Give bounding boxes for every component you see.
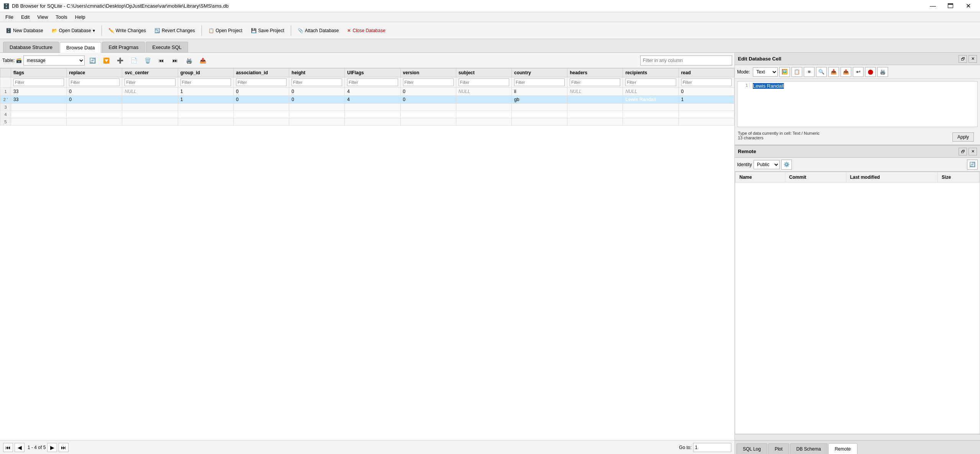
ec-copy-btn[interactable]: 📋 — [792, 67, 802, 77]
cell-4-flags[interactable] — [11, 111, 67, 118]
filter-association-id-input[interactable] — [236, 78, 287, 86]
cell-4-uiflags[interactable] — [345, 111, 400, 118]
remote-restore-button[interactable]: 🗗 — [959, 148, 967, 155]
cell-1-version[interactable]: 0 — [400, 88, 456, 96]
cell-1-country[interactable]: il — [511, 88, 567, 96]
cell-2-svc-center[interactable] — [122, 96, 178, 104]
cell-5-version[interactable] — [400, 118, 456, 126]
close-button[interactable]: ✕ — [959, 0, 977, 12]
cell-3-uiflags[interactable] — [345, 104, 400, 111]
cell-2-height[interactable]: 0 — [289, 96, 345, 104]
filter-group-id-input[interactable] — [180, 78, 231, 86]
bottom-tab-db-schema[interactable]: DB Schema — [790, 443, 828, 454]
menu-view[interactable]: View — [33, 12, 52, 22]
cell-4-recipients[interactable] — [623, 111, 678, 118]
cell-3-height[interactable] — [289, 104, 345, 111]
filter-uiflags[interactable] — [345, 77, 400, 88]
cell-5-association-id[interactable] — [233, 118, 289, 126]
tab-database-structure[interactable]: Database Structure — [3, 42, 59, 52]
col-replace[interactable]: replace — [67, 69, 122, 77]
remote-close-button[interactable]: ✕ — [969, 148, 977, 155]
remote-h-scrollbar[interactable] — [735, 434, 980, 440]
filter-height[interactable] — [289, 77, 345, 88]
table-select[interactable]: message — [23, 56, 85, 65]
filter-association-id[interactable] — [233, 77, 289, 88]
cell-1-flags[interactable]: 33 — [11, 88, 67, 96]
ec-print-btn[interactable]: 🔍 — [816, 67, 827, 77]
filter-flags-input[interactable] — [13, 78, 64, 86]
cell-4-svc-center[interactable] — [122, 111, 178, 118]
bottom-tab-plot[interactable]: Plot — [768, 443, 789, 454]
cell-2-subject[interactable] — [456, 96, 511, 104]
ec-img-btn[interactable]: 🖼️ — [779, 67, 790, 77]
tab-edit-pragmas[interactable]: Edit Pragmas — [102, 42, 145, 52]
filter-height-input[interactable] — [292, 78, 342, 86]
col-read[interactable]: read — [678, 69, 734, 77]
cell-1-recipients[interactable]: NULL — [623, 88, 678, 96]
cell-4-height[interactable] — [289, 111, 345, 118]
remote-table-wrap[interactable]: Name Commit Last modified Size — [735, 171, 980, 434]
identity-select[interactable]: Public Private — [754, 160, 780, 169]
cell-3-version[interactable] — [400, 104, 456, 111]
filter-svc-center-input[interactable] — [125, 78, 175, 86]
cell-5-headers[interactable] — [567, 118, 623, 126]
bottom-tab-sql-log[interactable]: SQL Log — [736, 443, 767, 454]
cell-5-replace[interactable] — [67, 118, 122, 126]
cell-5-flags[interactable] — [11, 118, 67, 126]
edit-cell-content[interactable]: 1 Lewis Randall — [737, 81, 978, 127]
filter-version-input[interactable] — [403, 78, 454, 86]
col-svc-center[interactable]: svc_center — [122, 69, 178, 77]
cell-5-read[interactable] — [678, 118, 734, 126]
tab-browse-data[interactable]: Browse Data — [60, 42, 101, 53]
tab-execute-sql[interactable]: Execute SQL — [146, 42, 188, 52]
cell-4-association-id[interactable] — [233, 111, 289, 118]
ec-align-btn[interactable]: ≡ — [804, 67, 814, 77]
cell-4-read[interactable] — [678, 111, 734, 118]
table-row[interactable]: 2 ' 33 0 1 0 0 4 0 gb Lewis Randall 1 — [0, 96, 734, 104]
filter-read[interactable] — [678, 77, 734, 88]
cell-3-svc-center[interactable] — [122, 104, 178, 111]
cell-3-subject[interactable] — [456, 104, 511, 111]
cell-2-headers[interactable] — [567, 96, 623, 104]
ec-undo-btn[interactable]: ↩ — [853, 67, 864, 77]
ec-import-btn[interactable]: 📥 — [828, 67, 839, 77]
filter-flags[interactable] — [11, 77, 67, 88]
col-version[interactable]: version — [400, 69, 456, 77]
col-subject[interactable]: subject — [456, 69, 511, 77]
cell-5-svc-center[interactable] — [122, 118, 178, 126]
cell-2-country[interactable]: gb — [511, 96, 567, 104]
cell-4-country[interactable] — [511, 111, 567, 118]
cell-1-replace[interactable]: 0 — [67, 88, 122, 96]
cell-4-group-id[interactable] — [178, 111, 233, 118]
remote-scrollbar[interactable] — [735, 434, 980, 440]
cell-2-association-id[interactable]: 0 — [233, 96, 289, 104]
filter-subject-input[interactable] — [459, 78, 509, 86]
new-record-button[interactable]: ➕ — [114, 55, 126, 66]
refresh-button[interactable]: 🔄 — [86, 55, 98, 66]
cell-4-replace[interactable] — [67, 111, 122, 118]
move-last-button[interactable]: ⏭ — [169, 55, 181, 66]
apply-button[interactable]: Apply — [952, 132, 974, 142]
col-headers[interactable]: headers — [567, 69, 623, 77]
filter-recipients[interactable] — [623, 77, 678, 88]
cell-5-recipients[interactable] — [623, 118, 678, 126]
remote-manage-btn[interactable]: ⚙️ — [781, 160, 792, 170]
filter-uiflags-input[interactable] — [347, 78, 398, 86]
filter-subject[interactable] — [456, 77, 511, 88]
ec-null-btn[interactable]: ⬤ — [865, 67, 876, 77]
cell-3-recipients[interactable] — [623, 104, 678, 111]
cell-5-height[interactable] — [289, 118, 345, 126]
edit-cell-restore-button[interactable]: 🗗 — [959, 55, 967, 63]
cell-2-replace[interactable]: 0 — [67, 96, 122, 104]
cell-2-group-id[interactable]: 1 — [178, 96, 233, 104]
filter-read-input[interactable] — [681, 78, 732, 86]
cell-1-group-id[interactable]: 1 — [178, 88, 233, 96]
export-button[interactable]: 📤 — [197, 55, 209, 66]
data-table-wrap[interactable]: flags replace svc_center group_id associ… — [0, 68, 734, 440]
attach-database-button[interactable]: 📎 Attach Database — [294, 24, 343, 38]
filter-country-input[interactable] — [514, 78, 565, 86]
menu-file[interactable]: File — [2, 12, 17, 22]
write-changes-button[interactable]: ✏️ Write Changes — [105, 24, 149, 38]
cell-1-svc-center[interactable]: NULL — [122, 88, 178, 96]
cell-5-country[interactable] — [511, 118, 567, 126]
